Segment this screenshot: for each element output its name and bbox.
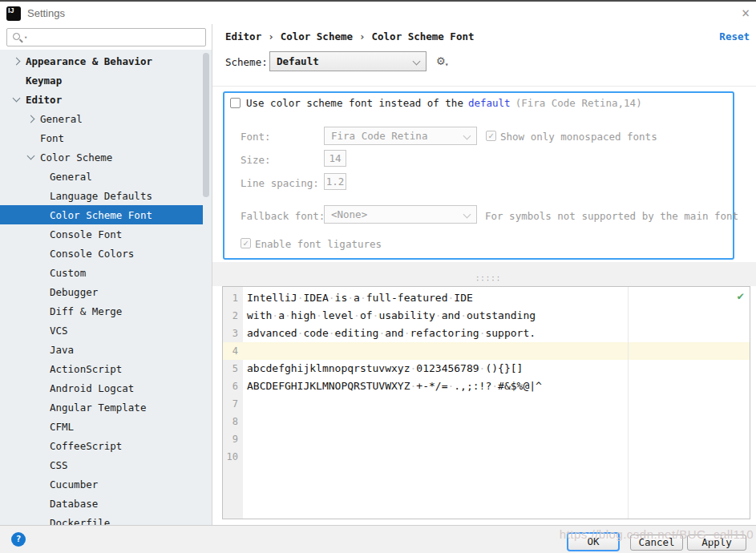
search-field[interactable] [27,29,205,46]
sidebar-scrollbar[interactable] [203,53,209,197]
sidebar-item-css[interactable]: CSS [0,455,203,474]
sidebar-item-color-scheme-font[interactable]: Color Scheme Font [0,205,203,224]
editor-line[interactable]: 4 [223,342,750,360]
close-icon[interactable]: × [736,3,755,24]
gear-icon[interactable]: ⚙▾ [437,53,448,68]
sidebar-item-label: Angular Template [50,402,146,414]
sidebar-item-color-scheme[interactable]: Color Scheme [0,147,203,167]
sidebar-item-label: Java [50,344,74,356]
breadcrumb-separator: › [268,30,274,42]
search-input[interactable]: ▾ [6,28,206,46]
sidebar-item-general[interactable]: General [0,167,203,186]
fallback-font-label: Fallback font: [241,210,325,222]
breadcrumb-item[interactable]: Color Scheme [281,30,353,42]
size-label: Size: [241,154,271,166]
line-number: 10 [223,448,243,466]
sidebar-item-label: Font [40,132,64,144]
sidebar-item-label: Console Font [50,228,122,240]
sidebar-item-label: VCS [50,325,68,337]
line-number: 2 [223,307,243,325]
line-number: 7 [223,395,243,413]
sidebar-item-debugger[interactable]: Debugger [0,282,203,301]
sidebar-item-label: Debugger [50,286,98,298]
sidebar-item-keymap[interactable]: Keymap [0,71,203,90]
editor-line-text [243,342,247,360]
sidebar-item-label: Diff & Merge [50,305,122,317]
ligatures-checkbox: ✓ [241,238,251,248]
default-font-link[interactable]: default [468,97,511,109]
sidebar-item-label: CSS [50,459,68,471]
use-scheme-font-checkbox[interactable] [230,98,241,108]
sidebar-item-vcs[interactable]: VCS [0,321,203,340]
sidebar-item-custom[interactable]: Custom [0,263,203,282]
sidebar-item-database[interactable]: Database [0,494,203,513]
line-number: 6 [223,377,243,395]
line-number: 4 [223,342,243,360]
editor-line[interactable]: 8 [223,413,750,430]
settings-tree: Appearance & BehaviorKeymapEditorGeneral… [0,51,203,525]
fallback-font-value: <None> [331,208,463,220]
sidebar-item-editor[interactable]: Editor [0,90,203,109]
sidebar-item-diff-merge[interactable]: Diff & Merge [0,301,203,321]
editor-line-text [243,430,247,448]
sidebar-item-cucumber[interactable]: Cucumber [0,474,203,494]
sidebar-item-appearance-behavior[interactable]: Appearance & Behavior [0,51,203,71]
monospaced-label: Show only monospaced fonts [500,131,657,143]
sidebar-item-dockerfile[interactable]: Dockerfile [0,513,203,525]
apply-button[interactable]: Apply [687,535,746,551]
sidebar-item-label: Keymap [26,75,62,87]
sidebar-item-general[interactable]: General [0,109,203,128]
chevron-down-icon[interactable] [24,147,40,167]
editor-line[interactable]: 1IntelliJ·IDEA·is·a·full-featured·IDE [223,289,750,307]
chevron-right-icon[interactable] [10,51,26,71]
sidebar-item-cfml[interactable]: CFML [0,417,203,436]
editor-line[interactable]: 7 [223,395,750,413]
sidebar-item-language-defaults[interactable]: Language Defaults [0,186,203,205]
editor-line-text [243,395,247,413]
chevron-down-icon [463,133,470,139]
editor-line[interactable]: 6ABCDEFGHIJKLMNOPQRSTUVWXYZ·+-*/=·.,;:!?… [223,377,750,395]
sidebar-item-coffeescript[interactable]: CoffeeScript [0,436,203,455]
sidebar-item-font[interactable]: Font [0,128,203,147]
editor-line[interactable]: 3advanced·code·editing·and·refactoring·s… [223,325,750,342]
sidebar-item-label: Color Scheme [40,151,112,163]
sidebar-item-label: Editor [26,94,62,106]
line-number: 3 [223,325,243,342]
sidebar-item-java[interactable]: Java [0,340,203,359]
sidebar-item-console-font[interactable]: Console Font [0,224,203,244]
chevron-right-icon[interactable] [24,109,40,128]
monospaced-checkbox: ✓ [486,131,496,141]
editor-line-text [243,413,247,430]
sidebar-item-console-colors[interactable]: Console Colors [0,244,203,263]
line-number: 5 [223,360,243,377]
fallback-hint: For symbols not supported by the main fo… [485,210,738,222]
breadcrumb-item[interactable]: Editor [225,30,261,42]
editor-line-text: ABCDEFGHIJKLMNOPQRSTUVWXYZ·+-*/=·.,;:!?·… [243,377,542,395]
sidebar-item-actionscript[interactable]: ActionScript [0,359,203,378]
editor-line[interactable]: 2with·a·high·level·of·usability·and·outs… [223,307,750,325]
sidebar-item-label: Console Colors [50,248,134,260]
breadcrumb-item[interactable]: Color Scheme Font [372,30,475,42]
search-area: ▾ [0,24,212,50]
splitter-grip-icon[interactable]: ····· ····· [475,276,502,282]
editor-lines: 1IntelliJ·IDEA·is·a·full-featured·IDE2wi… [223,289,750,466]
reset-button[interactable]: Reset [719,30,750,42]
scheme-select[interactable]: Default [269,51,427,71]
sidebar-item-angular-template[interactable]: Angular Template [0,398,203,417]
breadcrumb: Editor›Color Scheme›Color Scheme Font [225,30,474,42]
chevron-down-icon [463,212,470,218]
font-settings-panel [223,91,734,260]
editor-line-text [243,448,247,466]
editor-line[interactable]: 5abcdefghijklmnopqrstuvwxyz·0123456789·(… [223,360,750,377]
editor-line[interactable]: 10 [223,448,750,466]
help-icon[interactable]: ? [11,532,26,547]
editor-preview[interactable]: 1IntelliJ·IDEA·is·a·full-featured·IDE2wi… [222,286,750,519]
line-spacing-label: Line spacing: [241,177,319,189]
editor-line-text: advanced·code·editing·and·refactoring·su… [243,325,536,342]
ok-button[interactable]: OK [567,532,620,551]
editor-line[interactable]: 9 [223,430,750,448]
cancel-button[interactable]: Cancel [630,535,683,551]
inspection-ok-icon: ✔ [738,289,744,302]
chevron-down-icon[interactable] [10,90,26,109]
sidebar-item-android-logcat[interactable]: Android Logcat [0,378,203,398]
